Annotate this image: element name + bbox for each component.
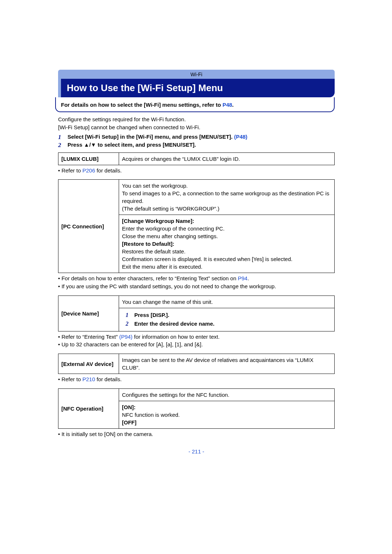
external-av-table: [External AV device] Images can be sent … xyxy=(58,354,335,374)
external-note: Refer to P210 for details. xyxy=(58,375,335,383)
cell-line: NFC function is worked. xyxy=(122,411,331,419)
device-name-table: [Device Name] You can change the name of… xyxy=(58,296,335,331)
step-number: 2 xyxy=(58,142,68,149)
row-description: Acquires or changes the “LUMIX CLUB” log… xyxy=(119,152,335,165)
row-cell: 1 Press [DISP.]. 2 Enter the desired dev… xyxy=(119,308,335,331)
step-link[interactable]: (P48) xyxy=(234,134,248,140)
row-label: [NFC Operation] xyxy=(58,388,119,428)
note-post: . xyxy=(248,275,249,281)
substep-text: Press [DISP.]. xyxy=(134,311,169,319)
substep-text: Enter the desired device name. xyxy=(134,320,215,327)
intro-text-post: . xyxy=(232,102,234,108)
note-pre: Refer to “Entering Text” xyxy=(61,334,119,340)
note-post: for details. xyxy=(95,167,122,174)
table-row: [LUMIX CLUB] Acquires or changes the “LU… xyxy=(58,152,335,165)
note-link[interactable]: P206 xyxy=(82,167,95,174)
page-number: - 211 - xyxy=(58,448,335,455)
nfc-note: It is initially set to [ON] on the camer… xyxy=(58,430,335,438)
table-row: [Device Name] You can change the name of… xyxy=(58,296,335,308)
row-label: [Device Name] xyxy=(58,296,119,331)
row-label: [LUMIX CLUB] xyxy=(58,152,119,165)
row-cell: You can change the name of this unit. xyxy=(119,296,335,308)
cell-line: Confirmation screen is displayed. It is … xyxy=(122,255,331,263)
row-cell: Images can be sent to the AV device of r… xyxy=(119,354,335,374)
note-link[interactable]: P210 xyxy=(82,376,95,382)
cell-heading: [Change Workgroup Name]: xyxy=(122,218,194,224)
manual-page: Wi-Fi How to Use the [Wi-Fi Setup] Menu … xyxy=(0,0,392,476)
main-steps: 1 Select [Wi-Fi Setup] in the [Wi-Fi] me… xyxy=(58,134,335,149)
step-text-post: to select item, and press [MENU/SET]. xyxy=(96,142,196,148)
note-post: for information on how to enter text. xyxy=(132,334,220,340)
row-cell: [Change Workgroup Name]: Enter the workg… xyxy=(119,215,335,273)
step-text: Select [Wi-Fi Setup] in the [Wi-Fi] menu… xyxy=(68,134,234,140)
cell-heading: [ON]: xyxy=(122,404,136,410)
intro-note: For details on how to select the [Wi-Fi]… xyxy=(55,97,335,112)
note-post: for details. xyxy=(95,376,122,382)
substep-1: 1 Press [DISP.]. xyxy=(122,311,331,319)
device-notes: Refer to “Entering Text” (P94) for infor… xyxy=(58,333,335,349)
cell-line: Restores the default state. xyxy=(122,248,331,255)
table-row: [PC Connection] You can set the workgrou… xyxy=(58,180,335,215)
row-label: [External AV device] xyxy=(58,354,119,374)
cell-line: (The default setting is “WORKGROUP”.) xyxy=(122,205,331,212)
table-row: [External AV device] Images can be sent … xyxy=(58,354,335,374)
row-cell: Configures the settings for the NFC func… xyxy=(119,388,335,401)
intro-link[interactable]: P48 xyxy=(222,102,232,108)
section-tab: Wi-Fi xyxy=(58,70,335,79)
page-title: How to Use the [Wi-Fi Setup] Menu xyxy=(58,79,335,97)
arrow-icons: ▲/▼ xyxy=(84,142,96,148)
substep-number: 1 xyxy=(122,311,134,319)
substep-2: 2 Enter the desired device name. xyxy=(122,320,331,328)
nfc-operation-table: [NFC Operation] Configures the settings … xyxy=(58,388,335,429)
note-line: Up to 32 characters can be entered for [… xyxy=(58,341,335,349)
paragraph: Configure the settings required for the … xyxy=(58,116,335,123)
note-line: It is initially set to [ON] on the camer… xyxy=(58,430,335,438)
row-cell: You can set the workgroup. To send image… xyxy=(119,180,335,215)
cell-line: Enter the workgroup of the connecting PC… xyxy=(122,225,331,232)
cell-line: To send images to a PC, a connection to … xyxy=(122,190,331,205)
step-number: 1 xyxy=(58,134,68,141)
pc-connection-table: [PC Connection] You can set the workgrou… xyxy=(58,179,335,273)
substep-number: 2 xyxy=(122,320,134,328)
note-pre: Refer to xyxy=(61,167,82,174)
note-line: If you are using the PC with standard se… xyxy=(58,282,335,290)
step-text-pre: Press xyxy=(68,142,84,148)
lumix-club-table: [LUMIX CLUB] Acquires or changes the “LU… xyxy=(58,152,335,165)
table-row: [NFC Operation] Configures the settings … xyxy=(58,388,335,401)
cell-heading: [Restore to Default]: xyxy=(122,241,174,247)
row-label: [PC Connection] xyxy=(58,180,119,273)
intro-text-pre: For details on how to select the [Wi-Fi]… xyxy=(61,102,222,108)
step-2: 2 Press ▲/▼ to select item, and press [M… xyxy=(58,142,335,149)
note-pre: For details on how to enter characters, … xyxy=(61,275,238,281)
step-1: 1 Select [Wi-Fi Setup] in the [Wi-Fi] me… xyxy=(58,134,335,141)
cell-heading: [OFF] xyxy=(122,419,136,425)
cell-line: Close the menu after changing settings. xyxy=(122,232,331,240)
cell-line: Exit the menu after it is executed. xyxy=(122,263,331,270)
cell-line: You can set the workgroup. xyxy=(122,182,331,190)
pc-notes: For details on how to enter characters, … xyxy=(58,274,335,290)
note-link[interactable]: (P94) xyxy=(119,334,132,340)
row-cell: [ON]: NFC function is worked. [OFF] xyxy=(119,401,335,428)
note-link[interactable]: P94 xyxy=(238,275,248,281)
paragraph: [Wi-Fi Setup] cannot be changed when con… xyxy=(58,124,335,131)
note-pre: Refer to xyxy=(61,376,82,382)
lumix-note: Refer to P206 for details. xyxy=(58,167,335,175)
